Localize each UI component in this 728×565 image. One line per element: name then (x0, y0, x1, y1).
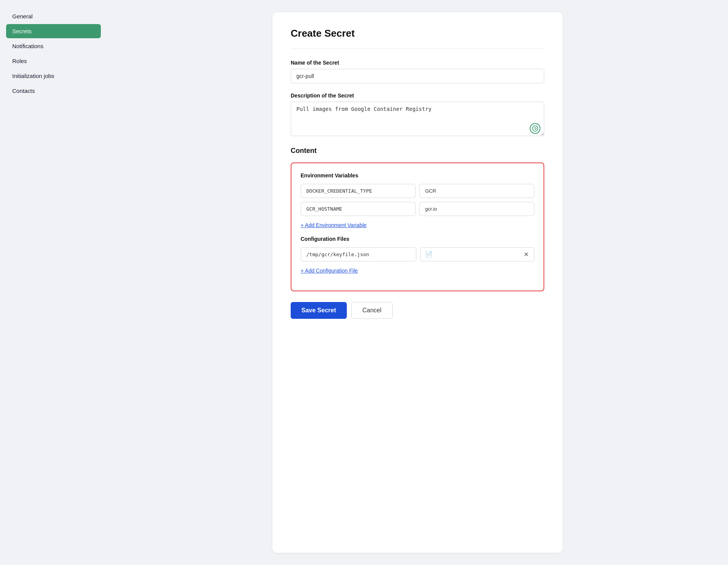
add-config-file-link[interactable]: + Add Configuration File (301, 268, 358, 274)
env-row-1 (301, 184, 534, 198)
sidebar-item-roles[interactable]: Roles (6, 54, 101, 68)
config-path-input-1[interactable] (301, 247, 416, 261)
sidebar-item-general[interactable]: General (6, 9, 101, 23)
sidebar-item-initialization-jobs[interactable]: Initialization jobs (6, 69, 101, 83)
textarea-wrapper: Pull images from Google Container Regist… (291, 102, 544, 138)
action-buttons: Save Secret Cancel (291, 302, 544, 319)
config-file-wrapper-1: 📄 ✕ (420, 247, 534, 261)
form-card: Create Secret Name of the Secret Descrip… (272, 12, 563, 553)
name-input[interactable] (291, 69, 544, 83)
env-key-input-1[interactable] (301, 184, 416, 198)
file-icon: 📄 (425, 251, 523, 258)
main-content: Create Secret Name of the Secret Descrip… (107, 0, 728, 565)
env-key-input-2[interactable] (301, 202, 416, 216)
env-val-input-2[interactable] (419, 202, 534, 216)
description-group: Description of the Secret Pull images fr… (291, 93, 544, 138)
content-section-title: Content (291, 147, 544, 155)
description-label: Description of the Secret (291, 93, 544, 99)
sidebar-item-secrets[interactable]: Secrets (6, 24, 101, 38)
save-secret-button[interactable]: Save Secret (291, 302, 347, 319)
config-row-1: 📄 ✕ (301, 247, 534, 261)
env-vars-title: Environment Variables (301, 172, 534, 179)
sidebar: General Secrets Notifications Roles Init… (0, 0, 107, 565)
env-row-2 (301, 202, 534, 216)
config-close-button-1[interactable]: ✕ (523, 252, 529, 258)
sidebar-item-notifications[interactable]: Notifications (6, 39, 101, 53)
title-divider (291, 49, 544, 49)
name-group: Name of the Secret (291, 60, 544, 83)
config-files-title: Configuration Files (301, 236, 534, 242)
cancel-button[interactable]: Cancel (351, 302, 393, 319)
content-section: Environment Variables + Add Environment … (291, 162, 544, 291)
description-textarea[interactable]: Pull images from Google Container Regist… (291, 102, 544, 136)
env-val-input-1[interactable] (419, 184, 534, 198)
add-env-var-link[interactable]: + Add Environment Variable (301, 222, 367, 228)
page-title: Create Secret (291, 28, 544, 39)
env-vars-section: Environment Variables + Add Environment … (301, 172, 534, 236)
config-files-section: Configuration Files 📄 ✕ + Add Configurat… (301, 236, 534, 281)
name-label: Name of the Secret (291, 60, 544, 66)
sidebar-item-contacts[interactable]: Contacts (6, 84, 101, 98)
